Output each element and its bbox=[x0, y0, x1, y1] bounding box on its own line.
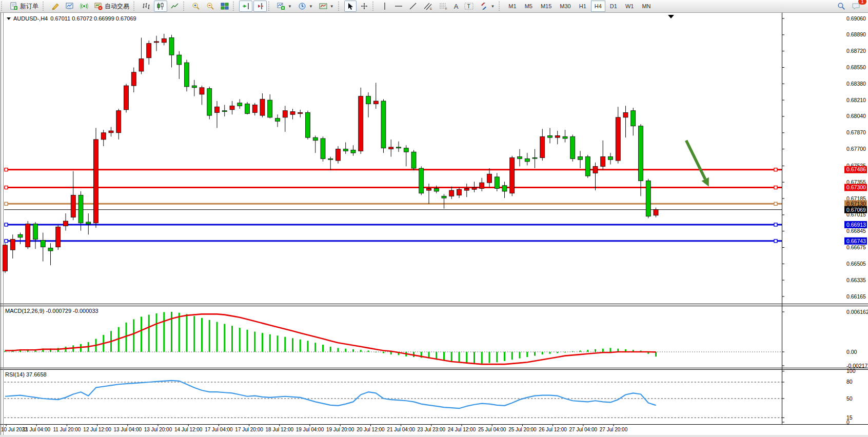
toolbar-separator bbox=[499, 2, 503, 11]
gold-marker-icon bbox=[51, 2, 60, 10]
chevron-down-icon: ▼ bbox=[330, 4, 334, 9]
symbol-title: AUDUSD-,H4 bbox=[13, 15, 48, 22]
new-order-button[interactable]: 新订单 bbox=[7, 1, 41, 12]
symbol-dropdown-icon[interactable] bbox=[7, 17, 11, 20]
text-label-icon: T bbox=[464, 2, 474, 10]
trendline-icon bbox=[409, 2, 417, 10]
timeframe-button-M1[interactable]: M1 bbox=[505, 1, 520, 12]
main-price-pane[interactable] bbox=[0, 13, 782, 303]
cursor-button[interactable] bbox=[344, 1, 357, 12]
vertical-line-icon bbox=[381, 2, 388, 10]
zoom-in-button[interactable] bbox=[189, 1, 203, 12]
timeframe-button-M30[interactable]: M30 bbox=[556, 1, 574, 12]
chart-shift-icon bbox=[256, 2, 264, 10]
toolbar-separator bbox=[233, 2, 238, 11]
arrows-icon bbox=[480, 2, 488, 10]
zoom-out-button[interactable] bbox=[204, 1, 217, 12]
chevron-down-icon: ▼ bbox=[309, 4, 313, 9]
timeframe-button-D1[interactable]: D1 bbox=[606, 1, 621, 12]
ohlc-values: 0.67011 0.67072 0.66999 0.67069 bbox=[50, 15, 136, 22]
signal-icon bbox=[80, 2, 88, 10]
indicators-icon bbox=[277, 2, 285, 10]
price-axis[interactable] bbox=[782, 13, 868, 424]
channel-tool-button[interactable]: E bbox=[421, 1, 435, 12]
vertical-line-tool-button[interactable] bbox=[379, 1, 391, 12]
autotrading-icon bbox=[94, 2, 103, 10]
rsi-pane[interactable] bbox=[0, 370, 782, 424]
new-chart-button[interactable] bbox=[63, 1, 76, 12]
bar-chart-icon bbox=[142, 2, 150, 10]
search-icon bbox=[837, 2, 845, 10]
autoscroll-button[interactable] bbox=[239, 1, 252, 12]
time-axis[interactable] bbox=[0, 424, 782, 435]
candlestick-chart-button[interactable] bbox=[154, 1, 167, 12]
horizontal-line-tool-button[interactable] bbox=[392, 1, 405, 12]
timeframe-button-W1[interactable]: W1 bbox=[622, 1, 638, 12]
timeframe-button-MN[interactable]: MN bbox=[638, 1, 654, 12]
toolbar-separator bbox=[338, 2, 343, 11]
new-chart-icon bbox=[66, 2, 74, 10]
equidistant-channel-icon: E bbox=[423, 2, 432, 10]
fibonacci-icon: F bbox=[439, 2, 448, 10]
svg-text:T: T bbox=[467, 4, 470, 9]
periods-button[interactable]: ▼ bbox=[295, 1, 315, 12]
crosshair-button[interactable] bbox=[358, 1, 371, 12]
autoscroll-icon bbox=[242, 2, 250, 10]
autotrading-button[interactable]: 自动交易 bbox=[92, 1, 132, 12]
svg-text:E: E bbox=[430, 7, 432, 10]
chat-badge: 1 bbox=[858, 0, 866, 5]
chat-button[interactable]: 1 bbox=[849, 1, 863, 12]
rsi-indicator-label: RSI(14) 37.6658 bbox=[5, 371, 47, 378]
template-icon bbox=[319, 2, 327, 10]
autotrading-label: 自动交易 bbox=[105, 2, 129, 11]
strategy-tester-button[interactable] bbox=[49, 1, 62, 12]
macd-pane[interactable] bbox=[0, 307, 782, 367]
indicators-button[interactable]: ▼ bbox=[274, 1, 294, 12]
line-chart-button[interactable] bbox=[168, 1, 182, 12]
timeframe-button-M5[interactable]: M5 bbox=[521, 1, 536, 12]
toolbar-separator bbox=[183, 2, 188, 11]
chart-title-bar[interactable]: AUDUSD-,H4 0.67011 0.67072 0.66999 0.670… bbox=[7, 15, 136, 22]
text-tool-glyph: A bbox=[454, 3, 459, 10]
new-order-icon bbox=[10, 2, 18, 10]
tile-windows-icon bbox=[221, 2, 229, 10]
zoom-out-icon bbox=[206, 2, 214, 10]
timeframe-toolbar: M1M5M15M30H1H4D1W1MN bbox=[504, 1, 655, 12]
zoom-in-icon bbox=[192, 2, 200, 10]
line-chart-icon bbox=[171, 2, 179, 10]
macd-indicator-label: MACD(12,26,9) -0.000729 -0.000033 bbox=[5, 308, 98, 314]
bar-chart-button[interactable] bbox=[140, 1, 153, 12]
crosshair-icon bbox=[360, 2, 368, 10]
shapes-tool-button[interactable]: ▼ bbox=[477, 1, 497, 12]
mt4-window: 新订单 bbox=[0, 0, 868, 437]
pane-resize-handle-macd[interactable] bbox=[0, 303, 868, 307]
toolbar-separator bbox=[372, 2, 377, 11]
horizontal-line-icon bbox=[394, 2, 403, 10]
trendline-tool-button[interactable] bbox=[406, 1, 420, 12]
toolbar-grip bbox=[1, 2, 6, 11]
chart-shift-button[interactable] bbox=[253, 1, 267, 12]
search-button[interactable] bbox=[835, 1, 848, 12]
chevron-down-icon: ▼ bbox=[490, 4, 495, 9]
candlestick-icon bbox=[156, 2, 165, 10]
toolbar-separator bbox=[43, 2, 47, 11]
cursor-icon bbox=[347, 3, 354, 10]
timeframe-button-H1[interactable]: H1 bbox=[576, 1, 590, 12]
toolbar: 新订单 bbox=[0, 0, 868, 13]
clock-icon bbox=[298, 2, 306, 10]
timeframe-button-H4[interactable]: H4 bbox=[591, 1, 605, 12]
fibonacci-tool-button[interactable]: F bbox=[436, 1, 450, 12]
toolbar-separator bbox=[268, 2, 273, 11]
chevron-down-icon: ▼ bbox=[288, 4, 292, 9]
timeframe-button-M15[interactable]: M15 bbox=[537, 1, 555, 12]
templates-button[interactable]: ▼ bbox=[317, 1, 337, 12]
toolbar-separator bbox=[133, 2, 138, 11]
label-tool-button[interactable]: T bbox=[462, 1, 476, 12]
svg-text:F: F bbox=[445, 7, 447, 10]
signals-button[interactable] bbox=[77, 1, 91, 12]
new-order-label: 新订单 bbox=[20, 2, 38, 11]
tile-windows-button[interactable] bbox=[218, 1, 231, 12]
text-tool-button[interactable]: A bbox=[451, 1, 461, 12]
